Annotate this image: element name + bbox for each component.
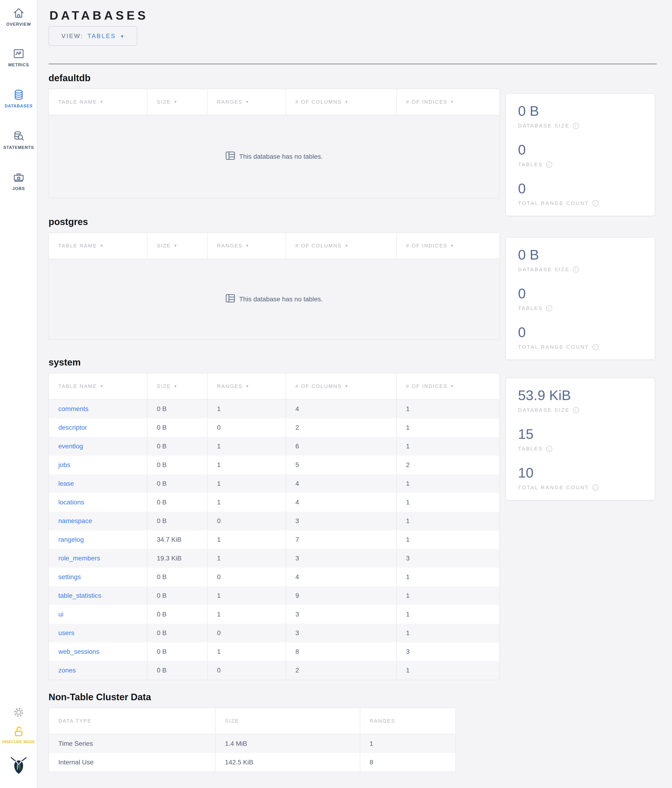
table-name-link[interactable]: locations (58, 499, 84, 506)
sort-caret-icon (345, 244, 349, 248)
table-row: comments0 B141 (49, 400, 499, 418)
database-size-label: DATABASE SIZE (518, 407, 570, 413)
table-row: locations0 B141 (49, 493, 499, 512)
table-name-link[interactable]: settings (58, 573, 81, 581)
table-name-link[interactable]: namespace (58, 517, 92, 525)
table-cell: 1 (208, 474, 286, 493)
sidebar-item-metrics[interactable]: METRICS (0, 47, 37, 67)
table-name-link[interactable]: jobs (58, 461, 70, 469)
column-header-indices[interactable]: # OF INDICES (397, 233, 500, 259)
column-header-columns[interactable]: # OF COLUMNS (286, 373, 397, 399)
column-header-ranges[interactable]: RANGES (208, 89, 286, 115)
column-header-columns[interactable]: # OF COLUMNS (286, 233, 397, 259)
table-cell: 1 (397, 512, 500, 530)
table-cell: 0 B (147, 605, 208, 624)
table-cell: 1 (208, 530, 286, 549)
insecure-mode-label: INSECURE MODE (0, 740, 37, 744)
table-cell: comments (49, 400, 147, 418)
sidebar-item-databases[interactable]: DATABASES (0, 88, 37, 108)
table-cell: 1 (397, 661, 500, 680)
sidebar-item-jobs[interactable]: JOBS (0, 171, 37, 191)
chevron-down-icon: ▼ (120, 34, 124, 39)
info-icon[interactable] (573, 123, 579, 129)
info-icon[interactable] (573, 267, 579, 273)
table-cell: 1 (397, 568, 500, 586)
table-name-link[interactable]: descriptor (58, 424, 87, 431)
table-cell: jobs (49, 456, 147, 474)
table-row: Time Series1.4 MiB1 (49, 734, 455, 753)
column-header-size[interactable]: SIZE (147, 233, 208, 259)
sidebar-item-label: DATABASES (0, 104, 37, 108)
info-icon[interactable] (593, 344, 599, 350)
table-name-link[interactable]: users (58, 629, 74, 637)
info-icon[interactable] (546, 305, 552, 311)
table-cell: 0 B (147, 437, 208, 456)
table-name-link[interactable]: rangelog (58, 536, 84, 543)
column-header-columns[interactable]: # OF COLUMNS (286, 89, 397, 115)
table-cell: 4 (286, 493, 397, 512)
table-name-link[interactable]: eventlog (58, 443, 83, 450)
table-cell: 1 (397, 418, 500, 437)
table-name-link[interactable]: role_members (58, 554, 100, 562)
table-cell: 2 (286, 418, 397, 437)
info-icon[interactable] (546, 446, 552, 452)
table-cell: Time Series (49, 734, 216, 753)
sort-caret-icon (100, 384, 104, 388)
sidebar-item-label: STATEMENTS (0, 145, 37, 150)
database-heading: postgres (49, 215, 672, 229)
sidebar-item-statements[interactable]: STATEMENTS (0, 130, 37, 150)
table-name-link[interactable]: zones (58, 667, 76, 674)
table-row: rangelog34.7 KiB171 (49, 530, 499, 549)
column-header-size[interactable]: SIZE (147, 89, 208, 115)
column-header-ranges[interactable]: RANGES (208, 233, 286, 259)
table-cell: 0 B (147, 568, 208, 586)
info-icon[interactable] (593, 200, 599, 207)
table-row: eventlog0 B161 (49, 437, 499, 456)
column-header-ranges[interactable]: RANGES (208, 373, 286, 399)
table-name-link[interactable]: web_sessions (58, 648, 100, 655)
sidebar-item-overview[interactable]: OVERVIEW (0, 6, 37, 27)
table-cell: 0 B (147, 493, 208, 512)
table-cell: 0 B (147, 474, 208, 493)
sidebar-item-label: OVERVIEW (0, 22, 37, 27)
table-cell: 0 B (147, 400, 208, 418)
gear-icon (0, 706, 37, 718)
table-header-row: TABLE NAME SIZE RANGES # OF COLUMNS # OF… (49, 233, 499, 259)
table-name-link[interactable]: ui (58, 611, 63, 618)
sort-caret-icon (100, 244, 104, 248)
table-body: Time Series1.4 MiB1Internal Use142.5 KiB… (49, 734, 455, 772)
table-name-link[interactable]: comments (58, 405, 89, 413)
table-cell: 8 (360, 753, 455, 772)
column-header-indices[interactable]: # OF INDICES (397, 373, 500, 399)
table-cell: zones (49, 661, 147, 680)
database-heading: system (49, 355, 672, 369)
table-row: settings0 B041 (49, 568, 499, 586)
empty-state-message: This database has no tables. (239, 296, 323, 303)
table-cell: 1 (208, 549, 286, 568)
cockroach-logo (0, 756, 37, 775)
table-row: lease0 B141 (49, 474, 499, 493)
table-cell: rangelog (49, 530, 147, 549)
settings-button[interactable] (0, 706, 37, 718)
info-icon[interactable] (546, 162, 552, 168)
table-cell: namespace (49, 512, 147, 530)
info-icon[interactable] (593, 485, 599, 491)
table-grid-icon (226, 294, 235, 304)
table-name-link[interactable]: table_statistics (58, 592, 101, 599)
column-header-indices[interactable]: # OF INDICES (397, 89, 500, 115)
table-cell: 3 (286, 549, 397, 568)
column-header-table-name[interactable]: TABLE NAME (49, 89, 147, 115)
column-header-table-name[interactable]: TABLE NAME (49, 233, 147, 259)
column-header-size[interactable]: SIZE (147, 373, 208, 399)
non-table-heading: Non-Table Cluster Data (49, 690, 672, 704)
column-header-table-name[interactable]: TABLE NAME (49, 373, 147, 399)
table-cell: descriptor (49, 418, 147, 437)
table-cell: 34.7 KiB (147, 530, 208, 549)
table-cell: 1 (208, 586, 286, 605)
info-icon[interactable] (573, 407, 579, 413)
insecure-mode-indicator[interactable]: INSECURE MODE (0, 725, 37, 744)
table-cell: 8 (286, 642, 397, 661)
table-name-link[interactable]: lease (58, 480, 74, 487)
column-header-data-type: DATA TYPE (49, 708, 216, 734)
view-dropdown[interactable]: VIEW: TABLES ▼ (49, 26, 137, 46)
